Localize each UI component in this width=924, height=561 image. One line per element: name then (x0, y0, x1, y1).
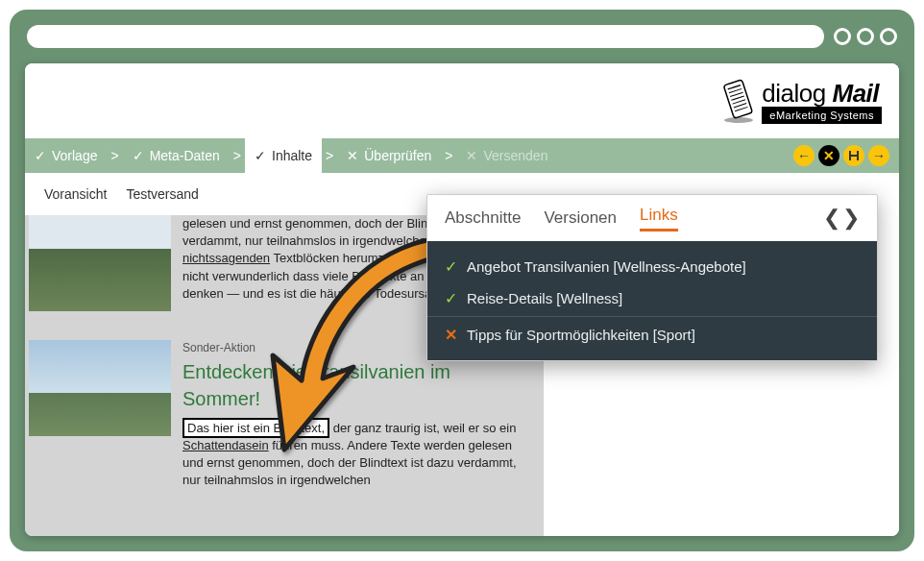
cross-icon: ✕ (347, 148, 358, 163)
tab-versionen[interactable]: Versionen (544, 208, 617, 228)
links-panel: Abschnitte Versionen Links ❮ ❯ ✓Angebot … (426, 194, 878, 361)
article-thumb (29, 215, 171, 311)
url-bar[interactable] (27, 25, 824, 48)
step-vorlage[interactable]: ✓Vorlage (25, 138, 107, 173)
step-separator: > (107, 138, 122, 173)
check-icon: ✓ (35, 148, 46, 163)
logo-text: dialog Mail (762, 79, 879, 108)
chevron-left-icon[interactable]: ❮ (823, 206, 840, 231)
cancel-button[interactable]: ✕ (818, 145, 839, 166)
tab-abschnitte[interactable]: Abschnitte (445, 208, 521, 228)
inline-link[interactable]: nichtssagenden (182, 251, 270, 265)
link-row[interactable]: ✕Tipps für Sportmöglichkeiten [Sport] (427, 319, 877, 351)
subtab-voransicht[interactable]: Voransicht (44, 186, 107, 202)
step-versenden: ✕Versenden (456, 138, 557, 173)
step-separator: > (441, 138, 456, 173)
header: dialog Mail eMarketing Systems (25, 63, 899, 138)
cross-icon: ✕ (466, 148, 477, 163)
inline-link[interactable]: Schattendasein (182, 438, 269, 452)
tab-links[interactable]: Links (640, 206, 678, 232)
logo-subtitle: eMarketing Systems (762, 107, 882, 124)
subtab-testversand[interactable]: Testversand (126, 186, 198, 202)
panel-body: ✓Angebot Transilvanien [Wellness-Angebot… (427, 241, 877, 360)
window-controls[interactable] (834, 28, 897, 45)
back-button[interactable]: ← (793, 145, 815, 166)
step-separator: > (322, 138, 337, 173)
step-actions: ← ✕ → (793, 138, 899, 173)
check-icon: ✓ (133, 148, 144, 163)
chevron-right-icon[interactable]: ❯ (842, 206, 860, 231)
link-row[interactable]: ✓Angebot Transilvanien [Wellness-Angebot… (427, 251, 877, 282)
panel-nav: ❮ ❯ (823, 206, 860, 231)
step-inhalte[interactable]: ✓Inhalte (245, 138, 322, 173)
cross-icon: ✕ (445, 326, 457, 344)
svg-point-0 (724, 117, 753, 123)
link-row[interactable]: ✓Reise-Details [Wellness] (427, 282, 877, 314)
newspaper-icon (721, 78, 756, 124)
svg-rect-10 (851, 151, 857, 155)
row-separator (427, 316, 877, 317)
next-button[interactable]: → (868, 145, 889, 166)
step-meta-daten[interactable]: ✓Meta-Daten (123, 138, 230, 173)
check-icon: ✓ (255, 148, 266, 163)
step-bar: ✓Vorlage > ✓Meta-Daten > ✓Inhalte > ✕Übe… (25, 138, 899, 173)
save-button[interactable] (843, 145, 864, 166)
check-icon: ✓ (445, 289, 457, 307)
panel-tabs: Abschnitte Versionen Links ❮ ❯ (427, 195, 877, 241)
article-thumb (29, 340, 171, 436)
browser-chrome (17, 17, 907, 56)
step-ueberpruefen[interactable]: ✕Überprüfen (337, 138, 441, 173)
step-separator: > (230, 138, 245, 173)
save-icon (848, 150, 860, 161)
check-icon: ✓ (445, 257, 457, 276)
logo: dialog Mail eMarketing Systems (721, 78, 882, 124)
svg-rect-11 (851, 157, 857, 160)
